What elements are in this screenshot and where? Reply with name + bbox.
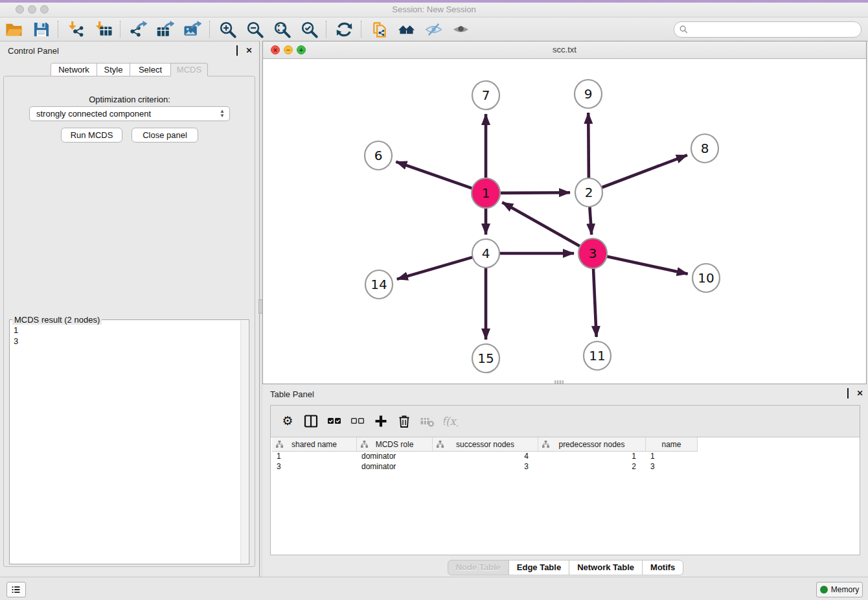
deselect-all-icon[interactable] [349,413,366,430]
edge-1-2[interactable] [499,192,570,193]
tab-network-table[interactable]: Network Table [569,560,643,575]
cell-shared-name[interactable]: 1 [272,451,357,461]
cell-shared-name[interactable]: 3 [272,461,357,472]
save-session-icon[interactable] [31,19,51,39]
open-file-icon[interactable] [4,19,23,39]
node-label: 15 [477,351,494,366]
window-title: Session: New Session [0,5,868,14]
function-builder-icon: f(x) [442,413,459,430]
export-table-icon[interactable] [155,19,175,39]
node-table-container: ⚙f(x) shared nameMCDS rolesuccessor node… [270,405,860,555]
edge-3-11[interactable] [593,267,597,337]
column-header-successor-nodes[interactable]: successor nodes [433,437,538,451]
copy-network-icon[interactable] [369,19,389,39]
cell-predecessor-nodes[interactable]: 2 [538,461,646,472]
node-label: 2 [585,185,593,200]
delete-table-icon [419,413,436,430]
tab-style[interactable]: Style [97,63,130,76]
node-label: 8 [701,141,709,156]
node-9[interactable]: 9 [575,80,602,108]
memory-label: Memory [831,585,859,594]
network-view-window: × − + scc.txt 7 9 6 8 1 2 4 3 14 10 15 1… [262,41,867,384]
horizontal-split-handle[interactable] [554,380,564,384]
zoom-fit-icon[interactable] [272,19,291,39]
cell-name[interactable]: 1 [646,451,698,461]
column-header-MCDS-role[interactable]: MCDS role [357,437,433,451]
toolbar-separator [58,21,59,38]
cell-name[interactable]: 3 [646,461,698,472]
column-header-name[interactable]: name [646,437,698,451]
node-2[interactable]: 2 [575,178,602,207]
cell-MCDS-role[interactable]: dominator [357,451,433,461]
edge-3-10[interactable] [606,257,688,274]
export-network-icon[interactable] [128,19,148,39]
node-15[interactable]: 15 [472,344,499,373]
tab-select[interactable]: Select [130,63,171,76]
network-graph[interactable]: 7 9 6 8 1 2 4 3 14 10 15 11 [263,59,866,384]
tab-edge-table[interactable]: Edge Table [508,560,569,575]
mcds-result-scrollbar[interactable] [240,321,248,563]
edge-1-6[interactable] [396,162,473,189]
edge-2-3[interactable] [589,206,591,235]
table-row[interactable]: 3dominator323 [272,461,858,472]
edge-3-1[interactable] [502,202,580,247]
tab-node-table[interactable]: Node Table [448,560,509,575]
close-panel-icon[interactable]: ✕ [245,47,253,55]
node-3[interactable]: 3 [578,238,607,268]
delete-column-icon[interactable] [396,413,413,430]
zoom-out-icon[interactable] [245,19,264,39]
tab-motifs[interactable]: Motifs [642,560,683,575]
node-4[interactable]: 4 [472,239,499,268]
memory-button[interactable]: Memory [816,582,863,597]
run-mcds-button[interactable]: Run MCDS [61,128,122,143]
export-image-icon[interactable] [183,19,202,39]
tab-network[interactable]: Network [51,63,97,76]
edge-4-14[interactable] [397,257,473,279]
zoom-selected-icon[interactable] [299,19,319,39]
dropdown-chevrons-icon: ▲▼ [220,109,225,118]
node-label: 11 [589,348,605,363]
cell-successor-nodes[interactable]: 4 [433,451,538,461]
node-1[interactable]: 1 [472,178,500,208]
column-header-predecessor-nodes[interactable]: predecessor nodes [538,437,646,451]
edge-2-9[interactable] [588,113,589,179]
first-neighbors-icon[interactable] [396,19,416,39]
hide-selected-icon[interactable] [424,19,443,39]
network-window-titlebar[interactable]: × − + scc.txt [263,41,866,59]
column-header-shared-name[interactable]: shared name [272,437,357,451]
criterion-dropdown[interactable]: strongly connected component ▲▼ [29,106,230,121]
select-all-icon[interactable] [326,413,343,430]
task-history-button[interactable] [6,582,26,597]
add-column-icon[interactable] [372,413,389,430]
cell-successor-nodes[interactable]: 3 [433,461,538,472]
toolbar-separator [209,21,211,38]
node-11[interactable]: 11 [584,341,611,370]
table-close-panel-icon[interactable]: ✕ [856,389,864,398]
toggle-panes-icon[interactable] [303,413,319,430]
optimization-criterion-label: Optimization criterion: [0,95,259,104]
float-panel-icon[interactable] [233,47,241,55]
search-box[interactable] [674,21,862,38]
table-panel: Table Panel ✕ ⚙f(x) shared nameMCDS role… [262,384,868,577]
show-all-icon[interactable] [451,19,470,39]
zoom-in-icon[interactable] [218,19,237,39]
cell-MCDS-role[interactable]: dominator [357,461,433,472]
import-network-icon[interactable] [66,19,86,39]
node-10[interactable]: 10 [692,264,720,292]
toolbar-separator [326,21,327,38]
node-14[interactable]: 14 [365,270,393,299]
table-float-panel-icon[interactable] [843,389,852,398]
search-input[interactable] [691,23,856,36]
settings-gear-icon[interactable]: ⚙ [279,413,296,430]
cell-predecessor-nodes[interactable]: 1 [538,451,646,461]
close-panel-button[interactable]: Close panel [131,128,198,143]
import-table-icon[interactable] [93,19,113,39]
node-6[interactable]: 6 [365,141,392,170]
node-8[interactable]: 8 [691,134,718,163]
refresh-icon[interactable] [334,19,354,39]
tab-mcds[interactable]: MCDS [170,63,208,76]
node-7[interactable]: 7 [472,81,499,110]
table-row[interactable]: 1dominator411 [272,451,858,461]
edge-2-8[interactable] [602,155,687,187]
mcds-result-text[interactable]: 1 3 [10,323,241,564]
